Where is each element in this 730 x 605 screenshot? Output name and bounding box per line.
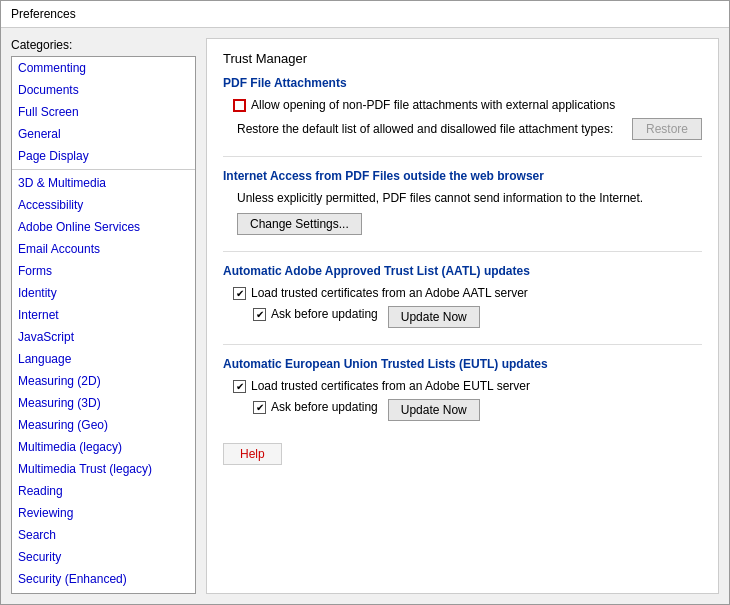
category-item-javascript[interactable]: JavaScript (12, 326, 195, 348)
category-item-internet[interactable]: Internet (12, 304, 195, 326)
left-panel: Categories: CommentingDocumentsFull Scre… (11, 38, 196, 594)
category-item-multimedia-legacy[interactable]: Multimedia (legacy) (12, 436, 195, 458)
category-item-multimedia-trust-legacy[interactable]: Multimedia Trust (legacy) (12, 458, 195, 480)
panel-title: Trust Manager (223, 51, 702, 66)
change-settings-row: Change Settings... (233, 213, 702, 235)
internet-access-title: Internet Access from PDF Files outside t… (223, 169, 702, 183)
eutl-ask-label: Ask before updating (271, 400, 378, 414)
pdf-attachments-section: PDF File Attachments Allow opening of no… (223, 76, 702, 140)
restore-button[interactable]: Restore (632, 118, 702, 140)
preferences-window: Preferences Categories: CommentingDocume… (0, 0, 730, 605)
internet-access-content: Unless explicitly permitted, PDF files c… (223, 191, 702, 235)
category-item-signatures[interactable]: Signatures (12, 590, 195, 594)
eutl-update-button[interactable]: Update Now (388, 399, 480, 421)
aatl-load-label: Load trusted certificates from an Adobe … (251, 286, 528, 300)
allow-attachments-row: Allow opening of non-PDF file attachment… (233, 98, 702, 112)
category-item-measuring-geo[interactable]: Measuring (Geo) (12, 414, 195, 436)
eutl-section: Automatic European Union Trusted Lists (… (223, 357, 702, 421)
separator-2 (223, 251, 702, 252)
pdf-attachments-content: Allow opening of non-PDF file attachment… (223, 98, 702, 140)
aatl-ask-row: Ask before updating (253, 307, 378, 321)
category-item-commenting[interactable]: Commenting (12, 57, 195, 79)
eutl-title: Automatic European Union Trusted Lists (… (223, 357, 702, 371)
separator-3 (223, 344, 702, 345)
separator-1 (223, 156, 702, 157)
category-item-page-display[interactable]: Page Display (12, 145, 195, 167)
category-item-general[interactable]: General (12, 123, 195, 145)
category-item-search[interactable]: Search (12, 524, 195, 546)
eutl-update-row: Ask before updating Update Now (233, 399, 702, 421)
category-item-security-enhanced[interactable]: Security (Enhanced) (12, 568, 195, 590)
category-item-accessibility[interactable]: Accessibility (12, 194, 195, 216)
category-item-measuring-3d[interactable]: Measuring (3D) (12, 392, 195, 414)
aatl-ask-label: Ask before updating (271, 307, 378, 321)
categories-label: Categories: (11, 38, 196, 52)
allow-attachments-label: Allow opening of non-PDF file attachment… (251, 98, 615, 112)
category-divider (12, 169, 195, 170)
aatl-update-row: Ask before updating Update Now (233, 306, 702, 328)
eutl-load-label: Load trusted certificates from an Adobe … (251, 379, 530, 393)
aatl-update-button[interactable]: Update Now (388, 306, 480, 328)
aatl-title: Automatic Adobe Approved Trust List (AAT… (223, 264, 702, 278)
aatl-content: Load trusted certificates from an Adobe … (223, 286, 702, 328)
eutl-load-checkbox[interactable] (233, 380, 246, 393)
category-list[interactable]: CommentingDocumentsFull ScreenGeneralPag… (11, 56, 196, 594)
eutl-ask-checkbox[interactable] (253, 401, 266, 414)
category-item-reading[interactable]: Reading (12, 480, 195, 502)
internet-info-text: Unless explicitly permitted, PDF files c… (233, 191, 702, 205)
restore-row: Restore the default list of allowed and … (233, 118, 702, 140)
aatl-load-checkbox[interactable] (233, 287, 246, 300)
aatl-section: Automatic Adobe Approved Trust List (AAT… (223, 264, 702, 328)
eutl-ask-row: Ask before updating (253, 400, 378, 414)
right-panel: Trust Manager PDF File Attachments Allow… (206, 38, 719, 594)
aatl-load-row: Load trusted certificates from an Adobe … (233, 286, 702, 300)
category-item-adobe-online-services[interactable]: Adobe Online Services (12, 216, 195, 238)
category-item-documents[interactable]: Documents (12, 79, 195, 101)
restore-text: Restore the default list of allowed and … (237, 122, 622, 136)
help-button[interactable]: Help (223, 443, 282, 465)
internet-access-section: Internet Access from PDF Files outside t… (223, 169, 702, 235)
window-title: Preferences (11, 7, 76, 21)
category-item-forms[interactable]: Forms (12, 260, 195, 282)
content-area: Categories: CommentingDocumentsFull Scre… (1, 28, 729, 604)
category-item-language[interactable]: Language (12, 348, 195, 370)
title-bar: Preferences (1, 1, 729, 28)
eutl-content: Load trusted certificates from an Adobe … (223, 379, 702, 421)
category-item-measuring-2d[interactable]: Measuring (2D) (12, 370, 195, 392)
aatl-ask-checkbox[interactable] (253, 308, 266, 321)
allow-attachments-checkbox[interactable] (233, 99, 246, 112)
category-item-email-accounts[interactable]: Email Accounts (12, 238, 195, 260)
change-settings-button[interactable]: Change Settings... (237, 213, 362, 235)
category-item-identity[interactable]: Identity (12, 282, 195, 304)
category-item-reviewing[interactable]: Reviewing (12, 502, 195, 524)
category-item-security[interactable]: Security (12, 546, 195, 568)
pdf-attachments-title: PDF File Attachments (223, 76, 702, 90)
help-row: Help (223, 437, 702, 465)
category-item-full-screen[interactable]: Full Screen (12, 101, 195, 123)
eutl-load-row: Load trusted certificates from an Adobe … (233, 379, 702, 393)
category-item-3d-multimedia[interactable]: 3D & Multimedia (12, 172, 195, 194)
